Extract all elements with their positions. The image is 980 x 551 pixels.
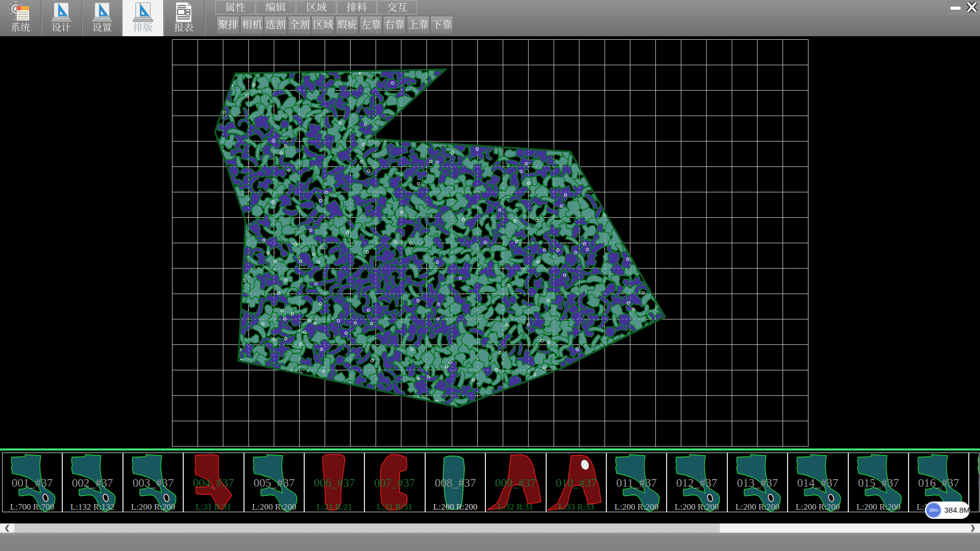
svg-text:010_#37: 010_#37 xyxy=(555,477,597,489)
svg-text:L:32 R:31: L:32 R:31 xyxy=(498,502,533,512)
svg-text:L:200 R:200: L:200 R:200 xyxy=(675,502,719,512)
svg-text:006_#37: 006_#37 xyxy=(314,477,355,489)
svg-text:L:700 R:700: L:700 R:700 xyxy=(10,502,54,512)
svg-text:014_#37: 014_#37 xyxy=(797,477,839,489)
svg-text:016_#37: 016_#37 xyxy=(918,477,960,489)
svg-text:015_#37: 015_#37 xyxy=(857,477,899,489)
svg-text:L:21 R:21: L:21 R:21 xyxy=(316,502,352,512)
svg-text:L:31 R:31: L:31 R:31 xyxy=(195,502,231,512)
svg-text:L:200 R:200: L:200 R:200 xyxy=(131,502,175,512)
svg-text:003_#37: 003_#37 xyxy=(133,477,174,489)
svg-text:L:33 R:33: L:33 R:33 xyxy=(558,502,594,512)
svg-text:013_#37: 013_#37 xyxy=(737,477,778,489)
svg-text:L:200 R:200: L:200 R:200 xyxy=(856,502,900,512)
svg-text:008_#37: 008_#37 xyxy=(435,477,476,489)
svg-text:L:200 R:200: L:200 R:200 xyxy=(615,502,658,512)
svg-text:009_#37: 009_#37 xyxy=(495,477,536,489)
svg-text:L:200 R:200: L:200 R:200 xyxy=(796,502,840,512)
svg-text:001_#37: 001_#37 xyxy=(12,477,53,489)
svg-text:L:132 R:132: L:132 R:132 xyxy=(70,502,114,512)
svg-text:002_#37: 002_#37 xyxy=(72,477,113,489)
svg-text:L:31 R:31: L:31 R:31 xyxy=(377,502,412,512)
svg-text:L:200 R:200: L:200 R:200 xyxy=(252,502,296,512)
svg-text:007_#37: 007_#37 xyxy=(374,477,415,489)
svg-text:012_#37: 012_#37 xyxy=(676,477,718,489)
svg-text:011_#37: 011_#37 xyxy=(616,477,657,489)
svg-text:L:200 R:200: L:200 R:200 xyxy=(433,502,477,512)
svg-text:017_#37: 017_#37 xyxy=(978,477,979,489)
svg-text:L:200 R:200: L:200 R:200 xyxy=(736,502,779,512)
svg-text:004_#37: 004_#37 xyxy=(193,477,234,489)
svg-text:005_#37: 005_#37 xyxy=(253,477,295,489)
